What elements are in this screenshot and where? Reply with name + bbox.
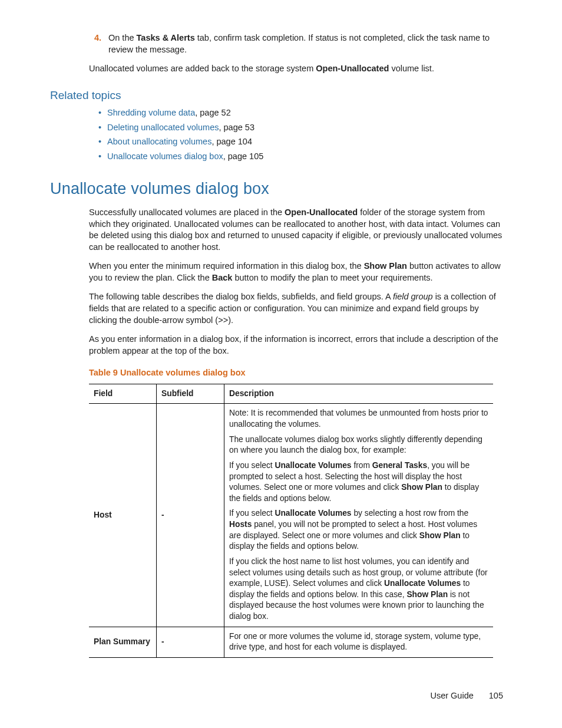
table-caption: Table 9 Unallocate volumes dialog box (89, 367, 503, 379)
after-step-paragraph: Unallocated volumes are added back to th… (89, 63, 503, 75)
related-link[interactable]: Shredding volume data (107, 108, 195, 117)
table-row: Host - Note: It is recommended that volu… (89, 404, 493, 627)
related-topics-list: Shredding volume data, page 52 Deleting … (98, 107, 503, 162)
step-text: On the Tasks & Alerts tab, confirm task … (108, 32, 503, 55)
cell-field: Plan Summary (89, 627, 157, 657)
cell-description: For one or more volumes the volume id, s… (224, 627, 494, 657)
tab-name: Tasks & Alerts (137, 33, 195, 42)
cell-subfield: - (157, 627, 224, 657)
col-header-description: Description (224, 384, 494, 404)
body-paragraph: When you enter the minimum required info… (89, 261, 503, 284)
procedure-step: 4. On the Tasks & Alerts tab, confirm ta… (87, 32, 503, 55)
body-paragraph: As you enter information in a dialog box… (89, 334, 503, 357)
related-topics-heading: Related topics (50, 88, 503, 103)
col-header-subfield: Subfield (157, 384, 224, 404)
related-link[interactable]: Deleting unallocated volumes (107, 123, 219, 132)
related-link[interactable]: Unallocate volumes dialog box (107, 151, 223, 161)
fields-table: Field Subfield Description Host - Note: … (89, 384, 493, 658)
section-heading: Unallocate volumes dialog box (50, 178, 503, 199)
step-number: 4. (87, 32, 101, 55)
related-link[interactable]: About unallocating volumes (107, 137, 211, 146)
cell-field: Host (89, 404, 157, 627)
table-header-row: Field Subfield Description (89, 384, 493, 404)
col-header-field: Field (89, 384, 157, 404)
body-paragraph: The following table describes the dialog… (89, 291, 503, 326)
related-link-item: Deleting unallocated volumes, page 53 (98, 122, 503, 134)
page-footer: User Guide 105 (430, 690, 503, 702)
cell-description: Note: It is recommended that volumes be … (224, 404, 494, 627)
table-row: Plan Summary - For one or more volumes t… (89, 627, 493, 657)
body-paragraph: Successfully unallocated volumes are pla… (89, 207, 503, 253)
related-link-item: About unallocating volumes, page 104 (98, 136, 503, 148)
cell-subfield: - (157, 404, 224, 627)
footer-title: User Guide (430, 691, 473, 700)
page-number: 105 (489, 691, 503, 700)
related-link-item: Unallocate volumes dialog box, page 105 (98, 151, 503, 163)
related-link-item: Shredding volume data, page 52 (98, 107, 503, 119)
